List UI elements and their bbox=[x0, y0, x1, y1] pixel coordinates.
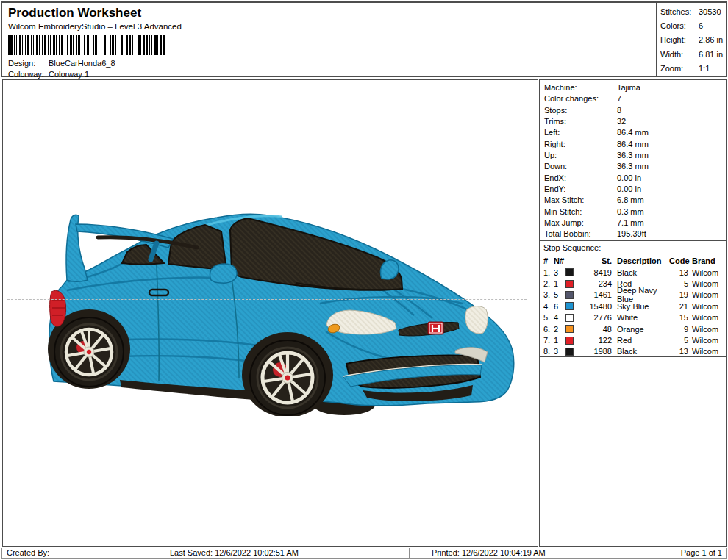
stop-row: 6.248Orange9Wilcom bbox=[543, 323, 723, 334]
thread-swatch bbox=[565, 280, 574, 288]
production-worksheet-page: { "header": { "title": "Production Works… bbox=[0, 0, 728, 560]
summary-panel: Stitches:30530 Colors:6 Height:2.86 in W… bbox=[657, 1, 727, 77]
footer-created-by: Created By: bbox=[1, 548, 157, 559]
design-label: Design: bbox=[8, 59, 49, 68]
page-title: Production Worksheet bbox=[8, 6, 141, 21]
design-value: BlueCarHonda6_8 bbox=[49, 59, 115, 68]
summary-row: Stitches:30530 bbox=[657, 7, 726, 21]
thread-swatch bbox=[565, 268, 574, 276]
stop-row: 3.51461Deep Navy Blue19Wilcom bbox=[543, 290, 723, 301]
stop-row: 7.1122Red5Wilcom bbox=[543, 334, 723, 345]
footer-printed: Printed: 12/6/2022 10:04:19 AM bbox=[409, 548, 652, 559]
summary-row: Width:6.81 in bbox=[657, 50, 726, 64]
colorway-label: Colorway: bbox=[8, 70, 49, 79]
stop-sequence-header: # N# St. Description Code Brand bbox=[543, 254, 723, 267]
design-preview-area bbox=[2, 79, 538, 547]
colorway-row: Colorway: Colorway 1 bbox=[8, 70, 89, 79]
info-column: Machine:Tajima Color changes:7 Stops:8 T… bbox=[539, 79, 727, 547]
stop-sequence-panel: Stop Sequence: # N# St. Description Code… bbox=[540, 241, 726, 357]
thread-swatch bbox=[565, 302, 574, 310]
thread-swatch bbox=[565, 314, 574, 322]
stop-row: 4.615480Sky Blue21Wilcom bbox=[543, 301, 723, 312]
center-guide-line bbox=[7, 299, 527, 300]
header: Production Worksheet Wilcom EmbroiderySt… bbox=[1, 1, 657, 77]
summary-row: Height:2.86 in bbox=[657, 35, 726, 49]
stop-sequence-title: Stop Sequence: bbox=[543, 243, 723, 254]
thread-swatch bbox=[565, 325, 574, 333]
stop-row: 1.38419Black13Wilcom bbox=[543, 267, 723, 278]
thread-swatch bbox=[565, 348, 574, 356]
colorway-value: Colorway 1 bbox=[49, 70, 89, 79]
summary-row: Zoom:1:1 bbox=[657, 64, 726, 78]
design-barcode bbox=[8, 35, 165, 55]
footer-page-number: Page 1 of 1 bbox=[652, 548, 727, 559]
embroidery-car-image bbox=[46, 207, 517, 416]
summary-row: Colors:6 bbox=[657, 21, 726, 35]
design-name-row: Design: BlueCarHonda6_8 bbox=[8, 59, 115, 68]
stop-row: 5.42776White15Wilcom bbox=[543, 312, 723, 323]
footer-last-saved: Last Saved: 12/6/2022 10:02:51 AM bbox=[157, 548, 410, 559]
software-subtitle: Wilcom EmbroideryStudio – Level 3 Advanc… bbox=[8, 22, 182, 31]
thread-swatch bbox=[565, 337, 574, 345]
machine-info-panel: Machine:Tajima Color changes:7 Stops:8 T… bbox=[540, 80, 726, 241]
thread-swatch bbox=[565, 291, 574, 299]
stop-row: 8.31988Black13Wilcom bbox=[543, 346, 723, 357]
